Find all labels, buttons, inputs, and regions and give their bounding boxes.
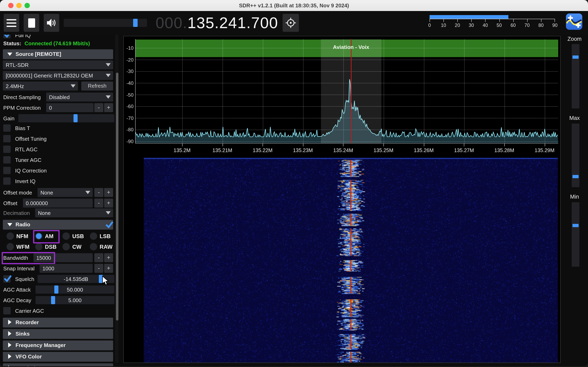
snap-increment-button[interactable]: + [104, 264, 113, 273]
snap-decrement-button[interactable]: - [94, 264, 103, 273]
rtl-agc-checkbox[interactable] [3, 146, 11, 153]
am-mode-annotation-box [33, 230, 60, 243]
agc-attack-slider[interactable]: 50.000 [35, 285, 114, 294]
source-type-select[interactable]: RTL-SDR [3, 60, 113, 69]
offset-label: Offset [3, 200, 17, 206]
offset-input[interactable]: 0.000000 [23, 199, 93, 208]
min-slider-handle[interactable] [572, 224, 579, 227]
offset-mode-select[interactable]: None [38, 188, 93, 197]
frequency-display[interactable]: 000.135.241.700 [156, 14, 278, 32]
min-slider[interactable] [572, 202, 579, 267]
device-select[interactable]: [00000001] Generic RTL2832U OEM [3, 71, 113, 80]
speaker-icon [46, 18, 57, 28]
offset-mode-row: Offset mode None - + [0, 188, 119, 197]
waterfall[interactable] [144, 158, 558, 363]
rtl-agc-label: RTL AGC [15, 146, 38, 152]
radio-section-header[interactable]: Radio [3, 220, 113, 230]
refresh-button[interactable]: Refresh [81, 82, 113, 91]
source-header-label: Source [REMOTE] [16, 51, 61, 57]
chevron-down-icon [106, 74, 111, 77]
mode-row-1: NFM AM USB LSB [0, 231, 119, 241]
rtl-agc-row: RTL AGC [0, 145, 119, 155]
samplerate-select[interactable]: 2.4MHz [3, 82, 78, 91]
mode-usb-radio[interactable] [62, 233, 70, 240]
app-window: SDR++ v1.2.1 (Built at 18:30:35, Nov 9 2… [0, 0, 588, 366]
zoom-slider[interactable] [572, 44, 579, 108]
zoom-slider-label: Zoom [561, 36, 588, 42]
mode-cw-radio[interactable] [62, 243, 70, 250]
ppm-decrement-button[interactable]: - [94, 103, 103, 112]
min-slider-label: Min [561, 194, 588, 200]
fft-plot[interactable]: Aviation - Voix [135, 39, 558, 143]
full-iq-checkbox[interactable] [3, 35, 11, 38]
offset-mode-decrement-button[interactable]: - [94, 188, 103, 197]
zoom-slider-handle[interactable] [572, 55, 579, 59]
offset-decrement-button[interactable]: - [94, 199, 103, 208]
offset-tuning-checkbox[interactable] [3, 135, 11, 142]
agc-decay-value: 5.000 [35, 297, 114, 303]
direct-sampling-row: Direct Sampling Disabled [0, 92, 119, 101]
recorder-section-header[interactable]: Recorder [3, 318, 113, 327]
vfo-color-section-header[interactable]: VFO Color [3, 352, 113, 362]
tuner-agc-row: Tuner AGC [0, 155, 119, 165]
mode-nfm-radio[interactable] [7, 233, 14, 240]
ppm-increment-button[interactable]: + [104, 103, 113, 112]
bandwidth-increment-button[interactable]: + [104, 253, 113, 262]
expand-arrow-icon [8, 365, 11, 366]
source-section-header[interactable]: Source [REMOTE] [3, 49, 113, 59]
tuner-center-button[interactable] [283, 14, 299, 32]
gain-slider-handle[interactable] [73, 114, 78, 122]
snr-meter-scale: 0102030405060708090 [430, 23, 555, 28]
ppm-label: PPM Correction [3, 105, 41, 111]
mode-lsb-radio[interactable] [90, 233, 97, 240]
radio-enabled-checkmark-icon[interactable] [104, 219, 115, 230]
bias-t-checkbox[interactable] [3, 124, 11, 132]
agc-attack-label: AGC Attack [3, 287, 31, 293]
squelch-checkbox[interactable] [3, 275, 11, 283]
volume-slider-handle[interactable] [133, 19, 138, 27]
gain-slider[interactable] [18, 114, 114, 122]
frequency-axis: 135.2M 135.21M 135.22M 135.23M 135.24M 1… [135, 143, 558, 157]
chevron-down-icon [106, 63, 111, 67]
iq-correction-row: IQ Correction [0, 166, 119, 176]
invert-iq-row: Invert IQ [0, 176, 119, 186]
max-slider-handle[interactable] [572, 175, 579, 178]
agc-attack-value: 50.000 [35, 287, 114, 293]
frequency-digits: 135.241.700 [187, 14, 278, 31]
menu-button[interactable] [4, 14, 19, 32]
snap-interval-row: Snap Interval 1000 - + [0, 264, 119, 273]
mode-dsb-radio[interactable] [35, 243, 43, 250]
frequency-manager-section-header[interactable]: Frequency Manager [3, 341, 113, 350]
max-slider[interactable] [572, 124, 579, 187]
carrier-agc-checkbox[interactable] [3, 307, 11, 314]
collapse-arrow-icon [7, 53, 12, 56]
band-plan-section-header[interactable]: Band Plan [3, 363, 113, 366]
sinks-section-header[interactable]: Sinks [3, 329, 113, 339]
snap-interval-input[interactable]: 1000 [40, 264, 93, 273]
carrier-agc-label: Carrier AGC [15, 308, 44, 314]
ppm-input[interactable]: 0 [46, 103, 94, 112]
mode-row-2: WFM DSB CW RAW [0, 242, 119, 252]
invert-iq-checkbox[interactable] [3, 177, 11, 185]
decimation-select[interactable]: None [35, 208, 113, 217]
crosshair-icon [285, 17, 297, 29]
stop-button[interactable] [24, 14, 39, 32]
expand-arrow-icon [8, 354, 11, 359]
sidebar-scrollbar-thumb[interactable] [116, 73, 118, 320]
mode-raw-radio[interactable] [90, 243, 97, 250]
direct-sampling-select[interactable]: Disabled [46, 92, 113, 101]
snap-interval-label: Snap Interval [3, 266, 35, 272]
mode-wfm-radio[interactable] [7, 243, 14, 250]
bandwidth-decrement-button[interactable]: - [94, 253, 103, 262]
spectrum-panel: -10 -20 -30 -40 -50 -60 -70 -80 -90 Avia… [123, 36, 561, 363]
agc-decay-slider[interactable]: 5.000 [35, 296, 114, 304]
tuner-agc-checkbox[interactable] [3, 156, 11, 164]
agc-decay-slider-handle[interactable] [51, 296, 55, 304]
offset-mode-increment-button[interactable]: + [104, 188, 113, 197]
agc-attack-slider-handle[interactable] [54, 285, 58, 294]
mute-button[interactable] [44, 14, 59, 32]
offset-increment-button[interactable]: + [104, 199, 113, 208]
band-plan-header-label: Band Plan [16, 365, 42, 366]
volume-slider[interactable] [64, 19, 147, 27]
iq-correction-checkbox[interactable] [3, 167, 11, 174]
